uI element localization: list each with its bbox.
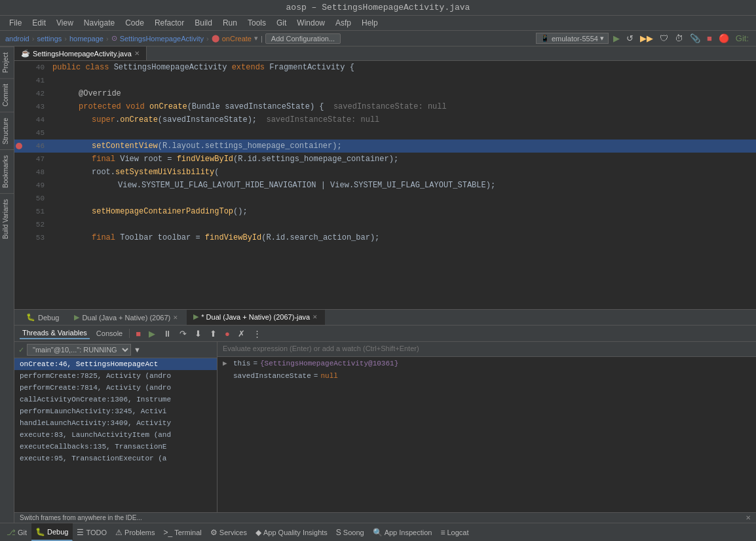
menu-item-build[interactable]: Build [191, 17, 216, 29]
debug-toolbar: Threads & Variables Console ■ ▶ ⏸ ↷ ⬇ ⬆ … [14, 326, 756, 342]
mute-button[interactable]: ✗ [236, 328, 247, 339]
run-button[interactable]: ▶ [611, 33, 622, 44]
emulator-selector[interactable]: 📱 emulator-5554 ▾ [536, 33, 609, 44]
menu-item-help[interactable]: Help [358, 17, 382, 29]
sidebar-item-structure[interactable]: Structure [0, 112, 14, 150]
bottom-tool-git[interactable]: ⎇ Git [3, 523, 31, 541]
debug-tab-dual-java[interactable]: ▶ * Dual (Java + Native) (2067)-java ✕ [187, 310, 325, 325]
bottom-tool-debug[interactable]: 🐛 Debug [31, 523, 73, 541]
code-line-46: 46 setContentView(R.layout.settings_home… [14, 140, 756, 153]
menu-item-git[interactable]: Git [273, 17, 290, 29]
problems-tool-icon: ⚠ [115, 528, 123, 537]
console-tab[interactable]: Console [94, 328, 125, 339]
variables-panel: ▶ this = {SettingsHomepageActivity@10361… [217, 342, 756, 512]
menu-item-navigate[interactable]: Navigate [80, 17, 119, 29]
file-tab-main[interactable]: ☕ SettingsHomepageActivity.java ✕ [14, 47, 147, 60]
sidebar-item-commit[interactable]: Commit [0, 78, 14, 111]
frame-item[interactable]: performCreate:7825, Activity (andro [14, 370, 217, 382]
frame-item[interactable]: performLaunchActivity:3245, Activi [14, 405, 217, 417]
device-icon: 📱 [540, 34, 550, 43]
frame-item[interactable]: execute:83, LaunchActivityItem (and [14, 429, 217, 441]
breadcrumb-homepage[interactable]: homepage [69, 35, 104, 43]
file-tabs: ☕ SettingsHomepageActivity.java ✕ [14, 47, 756, 61]
bottom-tool-problems[interactable]: ⚠ Problems [111, 523, 159, 541]
code-line-41: 41 [14, 74, 756, 87]
git-tool-icon: ⎇ [7, 528, 16, 537]
frame-item[interactable]: performCreate:7814, Activity (andro [14, 382, 217, 394]
menu-item-file[interactable]: File [5, 17, 26, 29]
sidebar-item-project[interactable]: Project [0, 47, 14, 78]
menu-item-refactor[interactable]: Refactor [151, 17, 188, 29]
threads-variables-tab[interactable]: Threads & Variables [20, 327, 90, 339]
pause-button[interactable]: ⏸ [161, 328, 174, 339]
code-line-47: 47 final View root = findViewById(R.id.s… [14, 153, 756, 166]
record-button[interactable]: ● [223, 328, 232, 339]
bottom-tool-terminal[interactable]: >_ Terminal [160, 523, 206, 541]
status-message: Switch frames from anywhere in the IDE..… [20, 514, 743, 521]
frame-item[interactable]: callActivityOnCreate:1306, Instrume [14, 394, 217, 405]
filter-icon[interactable]: ▼ [134, 346, 141, 354]
menu-item-edit[interactable]: Edit [28, 17, 50, 29]
frame-item[interactable]: handleLaunchActivity:3409, Activity [14, 417, 217, 429]
stop-button[interactable]: ■ [705, 33, 714, 44]
profile-button[interactable]: ⏱ [673, 33, 685, 44]
bottom-tool-soong[interactable]: S Soong [332, 523, 369, 541]
step-over-button[interactable]: ↷ [178, 328, 189, 339]
sidebar-item-bookmarks[interactable]: Bookmarks [0, 149, 14, 193]
rerun-button[interactable]: ↺ [624, 33, 635, 44]
frame-item[interactable]: onCreate:46, SettingsHomepageAct [14, 358, 217, 370]
frame-item[interactable]: executeCallbacks:135, TransactionE [14, 441, 217, 453]
menu-item-run[interactable]: Run [219, 17, 241, 29]
bottom-tool-todo[interactable]: ☰ TODO [73, 523, 111, 541]
menu-item-window[interactable]: Window [293, 17, 329, 29]
breadcrumb-dropdown[interactable]: ▾ [254, 34, 258, 43]
bottom-toolbar: ⎇ Git 🐛 Debug ☰ TODO ⚠ Problems >_ Termi… [0, 523, 756, 541]
file-tab-close[interactable]: ✕ [134, 50, 140, 57]
file-icon: ☕ [21, 49, 30, 58]
bottom-tool-app-inspection[interactable]: 🔍 App Inspection [369, 523, 437, 541]
code-line-45: 45 [14, 126, 756, 140]
frames-list: onCreate:46, SettingsHomepageAct perform… [14, 358, 217, 512]
breadcrumb-icon-class: ⊙ [111, 34, 117, 43]
terminal-tool-icon: >_ [164, 528, 173, 537]
debug-tab-native-close[interactable]: ✕ [173, 314, 178, 321]
menu-item-view[interactable]: View [52, 17, 77, 29]
debug-tab-dual-native[interactable]: ▶ Dual (Java + Native) (2067) ✕ [67, 310, 185, 324]
evaluate-expression-input[interactable] [223, 345, 751, 352]
step-into-button[interactable]: ⬇ [193, 328, 204, 339]
debug-run-button[interactable]: ▶▶ [638, 33, 655, 44]
terminal-tool-label: Terminal [174, 529, 202, 536]
menu-item-code[interactable]: Code [121, 17, 148, 29]
git-label: Git: [734, 33, 751, 44]
bottom-tool-logcat[interactable]: ≡ Logcat [436, 523, 473, 541]
breadcrumb-settings[interactable]: settings [37, 35, 62, 43]
menu-bar: FileEditViewNavigateCodeRefactorBuildRun… [0, 16, 756, 31]
emulator-label: emulator-5554 [552, 35, 598, 43]
debug-icon: 🐛 [26, 313, 35, 322]
more-options-button[interactable]: ⋮ [251, 328, 263, 339]
attach-button[interactable]: 📎 [688, 33, 702, 44]
debug-tool-icon: 🐛 [35, 527, 45, 536]
breadcrumb-android[interactable]: android [5, 35, 29, 43]
resume-button[interactable]: ▶ [147, 328, 157, 339]
thread-selector[interactable]: "main"@10,...": RUNNING [27, 344, 131, 356]
sidebar-item-build-variants[interactable]: Build Variants [0, 193, 14, 244]
frame-item[interactable]: execute:95, TransactionExecutor (a [14, 453, 217, 464]
add-configuration-button[interactable]: Add Configuration... [265, 33, 341, 44]
debug-tab-debug[interactable]: 🐛 Debug [20, 310, 66, 324]
coverage-button[interactable]: 🛡 [658, 33, 670, 44]
step-out-button[interactable]: ⬆ [208, 328, 219, 339]
stop-debug-button[interactable]: ■ [134, 328, 143, 339]
menu-item-tools[interactable]: Tools [244, 17, 270, 29]
bottom-tool-services[interactable]: ⚙ Services [206, 523, 252, 541]
debug-tab-java-close[interactable]: ✕ [312, 314, 318, 320]
debug-content: ✓ "main"@10,...": RUNNING ▼ onCreate:46,… [14, 342, 756, 512]
breadcrumb-activity[interactable]: SettingsHomepageActivity [120, 35, 204, 43]
variable-savedinstancestate: ▶ savedInstanceState = null [217, 369, 756, 382]
status-close-button[interactable]: ✕ [746, 514, 751, 521]
bottom-tool-app-quality[interactable]: ◆ App Quality Insights [252, 523, 332, 541]
var-expand-icon[interactable]: ▶ [223, 359, 231, 367]
todo-tool-label: TODO [86, 529, 107, 536]
menu-item-asfp[interactable]: Asfp [331, 17, 355, 29]
breadcrumb-oncreate[interactable]: onCreate [222, 35, 252, 43]
